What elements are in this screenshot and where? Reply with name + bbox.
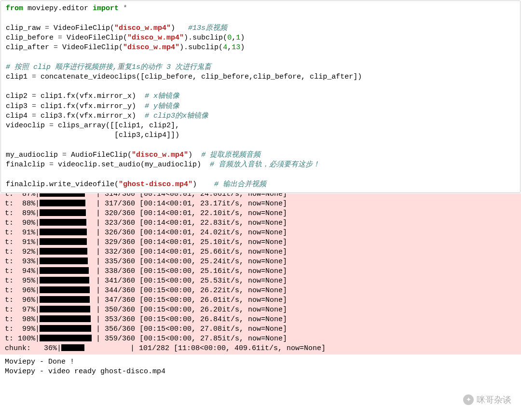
progress-row: t: 94%| | 338/360 [00:15<00:00, 25.16it/… — [5, 267, 516, 276]
progress-row-chunk: chunk: 36%| | 101/282 [11:08<00:00, 409.… — [5, 344, 516, 353]
progress-bar-filled — [40, 229, 87, 235]
progress-bar-filled — [40, 209, 86, 216]
watermark-text: 咪哥杂谈 — [477, 394, 511, 406]
progress-row: t: 99%| | 356/360 [00:15<00:00, 27.08it/… — [5, 325, 516, 334]
stdout-output: Moviepy - Done ! Moviepy - video ready g… — [0, 354, 521, 380]
progress-row: t: 100%| | 359/360 [00:15<00:00, 27.85it… — [5, 334, 516, 344]
stdout-line: Moviepy - video ready ghost-disco.mp4 — [5, 367, 165, 376]
watermark: ✦ 咪哥杂谈 — [463, 394, 511, 406]
progress-row: t: 96%| | 344/360 [00:15<00:00, 26.22it/… — [5, 286, 516, 296]
progress-row: t: 97%| | 350/360 [00:15<00:00, 26.20it/… — [5, 305, 516, 315]
progress-bar-filled — [40, 315, 91, 322]
progress-bar-filled — [40, 248, 87, 255]
stderr-output: t: 87%| | 314/360 [00:14<00:01, 24.06it/… — [0, 193, 521, 354]
progress-bar-filled — [40, 325, 91, 332]
kw-import: import — [93, 4, 119, 13]
progress-bar-filled — [40, 286, 90, 293]
progress-bar-filled — [40, 306, 90, 312]
progress-row: t: 87%| | 314/360 [00:14<00:01, 24.06it/… — [5, 193, 516, 199]
code-editor[interactable]: from moviepy.editor import * clip_raw = … — [6, 4, 515, 191]
progress-bar-filled — [40, 296, 90, 303]
stdout-line: Moviepy - Done ! — [5, 358, 74, 366]
progress-bar-filled — [40, 193, 85, 197]
progress-bar-filled — [40, 200, 85, 206]
progress-row: t: 88%| | 317/360 [00:14<00:01, 23.17it/… — [5, 199, 516, 209]
progress-row: t: 89%| | 320/360 [00:14<00:01, 22.10it/… — [5, 209, 516, 218]
progress-bar-filled — [40, 219, 86, 226]
progress-row: t: 91%| | 329/360 [00:14<00:01, 25.10it/… — [5, 238, 516, 247]
progress-bar-filled — [40, 335, 92, 341]
progress-row: t: 98%| | 353/360 [00:15<00:00, 26.84it/… — [5, 315, 516, 325]
progress-bar-filled — [40, 257, 88, 264]
progress-row: t: 91%| | 326/360 [00:14<00:01, 24.02it/… — [5, 228, 516, 238]
progress-row: t: 92%| | 332/360 [00:14<00:01, 25.66it/… — [5, 247, 516, 257]
progress-row: t: 96%| | 347/360 [00:15<00:00, 26.01it/… — [5, 296, 516, 305]
progress-row: t: 90%| | 323/360 [00:14<00:01, 22.83it/… — [5, 218, 516, 228]
progress-bar-filled — [61, 344, 84, 351]
progress-bar-filled — [40, 267, 89, 274]
code-cell: from moviepy.editor import * clip_raw = … — [0, 0, 521, 193]
progress-row: t: 95%| | 341/360 [00:15<00:00, 25.53it/… — [5, 276, 516, 286]
progress-bar-filled — [40, 277, 89, 284]
progress-bar-filled — [40, 238, 87, 245]
kw-from: from — [6, 4, 23, 13]
progress-row: t: 93%| | 335/360 [00:14<00:00, 25.24it/… — [5, 257, 516, 267]
wechat-icon: ✦ — [463, 394, 474, 405]
